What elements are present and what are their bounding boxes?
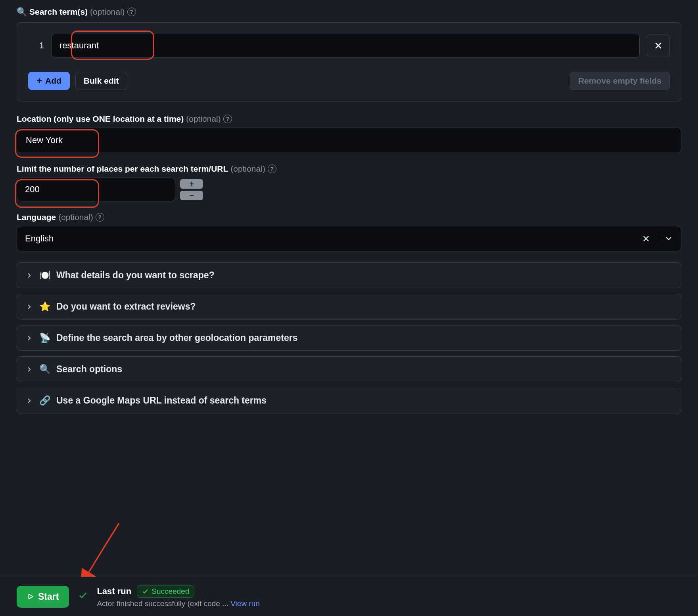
status-badge-label: Succeeded bbox=[151, 587, 189, 596]
step-down-button[interactable]: − bbox=[180, 191, 203, 200]
divider bbox=[657, 233, 657, 245]
clear-icon[interactable] bbox=[642, 235, 650, 242]
last-run-label: Last run bbox=[97, 586, 131, 597]
location-optional: (optional) bbox=[186, 114, 221, 124]
language-select[interactable]: English bbox=[17, 226, 681, 251]
add-button[interactable]: + Add bbox=[28, 72, 70, 90]
limit-label: Limit the number of places per each sear… bbox=[17, 164, 276, 174]
accordion-geolocation[interactable]: 📡 Define the search area by other geoloc… bbox=[17, 325, 681, 351]
plus-icon: + bbox=[36, 76, 42, 86]
bulk-edit-label: Bulk edit bbox=[84, 76, 119, 86]
remove-row-button[interactable] bbox=[647, 34, 670, 57]
search-terms-label-text: Search term(s) bbox=[29, 7, 88, 17]
accordion-reviews[interactable]: ⭐ Do you want to extract reviews? bbox=[17, 294, 681, 319]
close-icon bbox=[654, 42, 662, 50]
accordion-label: What details do you want to scrape? bbox=[56, 270, 215, 281]
chevron-right-icon bbox=[25, 302, 34, 311]
bulk-edit-button[interactable]: Bulk edit bbox=[75, 72, 127, 90]
add-button-label: Add bbox=[45, 76, 61, 86]
last-run-subtext: Actor finished successfully (exit code .… bbox=[97, 599, 228, 608]
language-optional: (optional) bbox=[58, 212, 93, 222]
chevron-right-icon bbox=[25, 396, 34, 405]
accordion-label: Use a Google Maps URL instead of search … bbox=[56, 395, 267, 406]
check-icon bbox=[142, 588, 148, 595]
accordion-url[interactable]: 🔗 Use a Google Maps URL instead of searc… bbox=[17, 388, 681, 413]
accordion-emoji: 📡 bbox=[39, 333, 51, 343]
search-terms-optional: (optional) bbox=[90, 7, 125, 17]
help-icon[interactable]: ? bbox=[96, 213, 104, 222]
location-label-text: Location (only use ONE location at a tim… bbox=[17, 114, 184, 124]
search-term-input[interactable] bbox=[51, 34, 640, 57]
accordion-search-options[interactable]: 🔍 Search options bbox=[17, 356, 681, 382]
accordion-emoji: ⭐ bbox=[39, 301, 51, 312]
language-value: English bbox=[25, 233, 54, 244]
accordion-details[interactable]: 🍽️ What details do you want to scrape? bbox=[17, 262, 681, 288]
start-button-label: Start bbox=[38, 591, 59, 602]
accordion-emoji: 🔗 bbox=[39, 395, 51, 406]
limit-label-text: Limit the number of places per each sear… bbox=[17, 164, 228, 174]
remove-empty-fields-button: Remove empty fields bbox=[570, 72, 670, 90]
search-terms-panel: 1 + Add Bulk edit Remove empty fields bbox=[17, 22, 681, 101]
chevron-right-icon bbox=[25, 365, 34, 374]
help-icon[interactable]: ? bbox=[268, 165, 276, 173]
accordion-label: Do you want to extract reviews? bbox=[56, 301, 196, 312]
accordion-label: Search options bbox=[56, 364, 122, 375]
step-up-button[interactable]: + bbox=[180, 179, 203, 189]
location-input[interactable] bbox=[17, 128, 681, 153]
search-icon: 🔍 bbox=[17, 7, 27, 17]
footer-bar: Start Last run Succeeded Actor finished … bbox=[0, 577, 698, 616]
accordion-emoji: 🔍 bbox=[39, 364, 51, 375]
chevron-right-icon bbox=[25, 334, 34, 342]
play-icon bbox=[27, 593, 34, 600]
search-terms-label: 🔍 Search term(s) (optional) ? bbox=[17, 7, 136, 17]
svg-marker-4 bbox=[29, 594, 33, 599]
help-icon[interactable]: ? bbox=[127, 8, 136, 16]
row-number: 1 bbox=[28, 40, 44, 51]
accordion-label: Define the search area by other geolocat… bbox=[56, 333, 297, 343]
accordion-emoji: 🍽️ bbox=[39, 270, 51, 281]
chevron-down-icon bbox=[664, 234, 673, 243]
chevron-right-icon bbox=[25, 271, 34, 280]
start-button[interactable]: Start bbox=[17, 586, 69, 608]
view-run-link[interactable]: View run bbox=[230, 599, 260, 608]
language-label: Language (optional) ? bbox=[17, 212, 104, 222]
remove-empty-label: Remove empty fields bbox=[578, 76, 662, 86]
language-label-text: Language bbox=[17, 212, 56, 222]
limit-optional: (optional) bbox=[230, 164, 265, 174]
help-icon[interactable]: ? bbox=[223, 115, 232, 123]
location-label: Location (only use ONE location at a tim… bbox=[17, 114, 232, 124]
status-badge: Succeeded bbox=[137, 585, 194, 598]
limit-input[interactable] bbox=[17, 178, 175, 201]
check-icon bbox=[79, 591, 87, 602]
